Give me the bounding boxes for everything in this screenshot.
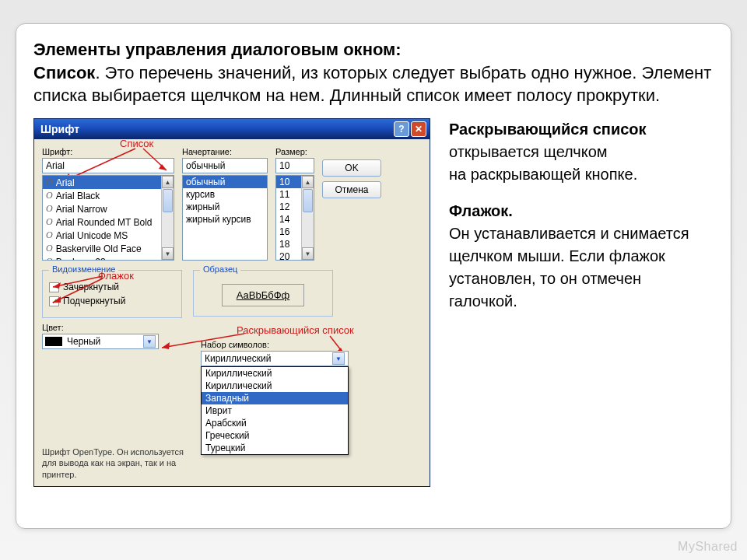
charset-combo[interactable]: Кириллический ▼ [201,351,349,366]
list-item[interactable]: Кириллический [202,367,348,380]
charset-value: Кириллический [205,353,271,364]
titlebar[interactable]: Шрифт ? ✕ [34,119,430,139]
font-scrollbar[interactable]: ▲ ▼ [161,176,174,260]
font-label: Шрифт: [42,147,174,156]
right-p2-rest: Он устанавливается и снимается щелчком м… [449,225,689,310]
status-text: Шрифт OpenType. Он используется для выво… [42,446,190,480]
size-scrollbar[interactable]: ▲ ▼ [301,176,314,260]
scroll-up-icon[interactable]: ▲ [302,176,314,188]
scroll-down-icon[interactable]: ▼ [302,247,314,260]
chevron-down-icon[interactable]: ▼ [143,335,156,348]
sample-title: Образец [200,264,240,274]
sample-groupbox: Образец АаBbБбФф [193,270,333,317]
cancel-button[interactable]: Отмена [322,181,381,198]
font-input[interactable]: Arial [42,158,174,173]
close-button[interactable]: ✕ [411,121,426,137]
list-item: OBaskerville Old Face [43,242,174,255]
font-listbox[interactable]: OArial OArial Black OArial Narrow OArial… [42,175,174,261]
list-item: курсив [183,188,267,201]
list-item: OArial [43,176,174,189]
list-item: жирный [183,201,267,213]
content-row: Шрифт ? ✕ Список Шрифт: Arial [33,118,714,487]
intro-heading: Элементы управления диалоговым окном: [33,40,402,59]
charset-label: Набор символов: [201,340,349,349]
underline-label: Подчеркнутый [63,296,125,306]
list-item[interactable]: Арабский [202,417,348,429]
strike-checkbox[interactable] [49,282,59,292]
color-value: Черный [67,336,100,347]
charset-dropdown[interactable]: Кириллический Кириллический Западный Ивр… [201,366,349,455]
color-label: Цвет: [42,323,182,332]
sample-text: АаBbБбФф [222,284,305,306]
underline-checkbox-row: ✓ Подчеркнутый [49,296,175,306]
scroll-thumb[interactable] [163,189,173,212]
intro-body: . Это перечень значений, из которых след… [33,63,711,106]
annotation-dropdown: Раскрывающийся список [237,324,354,336]
intro-text: Элементы управления диалоговым окном: Сп… [33,38,714,107]
color-combo[interactable]: Черный ▼ [42,334,159,349]
list-item: OArial Unicode MS [43,229,174,242]
list-item: OArial Narrow [43,202,174,215]
list-item[interactable]: Кириллический [202,380,348,392]
right-column: Раскрывающийся список открывается щелчко… [449,118,714,313]
list-item: OArial Rounded MT Bold [43,215,174,229]
list-item[interactable]: Иврит [202,404,348,417]
annotation-list: Список [120,138,153,149]
chevron-down-icon[interactable]: ▼ [332,352,345,365]
list-item: OBauhaus 93 [43,255,174,261]
size-listbox[interactable]: 10 11 12 14 16 18 20 ▲ ▼ [275,175,314,261]
size-label: Размер: [275,147,314,156]
help-button[interactable]: ? [394,121,409,137]
scroll-up-icon[interactable]: ▲ [162,176,174,188]
dialog-title: Шрифт [40,123,392,135]
size-input[interactable]: 10 [275,158,314,173]
font-dialog: Шрифт ? ✕ Список Шрифт: Arial [33,118,430,487]
underline-checkbox[interactable]: ✓ [49,296,59,306]
right-p1-bold: Раскрывающийся список [449,121,647,138]
list-item[interactable]: Греческий [202,429,348,442]
slide-card: Элементы управления диалоговым окном: Сп… [16,23,731,529]
right-p1-rest: открывается щелчком [449,143,608,160]
right-p1-line2: на раскрывающей кнопке. [449,166,637,183]
list-item[interactable]: Турецкий [202,442,348,454]
annotation-checkbox: Флажок [98,270,134,282]
right-p2-bold: Флажок. [449,202,513,219]
style-label: Начертание: [182,147,268,156]
ok-button[interactable]: OK [322,159,381,177]
list-item: обычный [183,176,267,188]
list-item: OArial Black [43,189,174,202]
dialog-body: Список Шрифт: Arial OArial OArial Black [34,139,430,486]
strike-checkbox-row: Зачеркнутый [49,282,175,292]
scroll-down-icon[interactable]: ▼ [162,247,174,260]
scroll-thumb[interactable] [303,189,313,212]
style-input[interactable]: обычный [182,158,268,173]
list-item: жирный курсив [183,213,267,226]
intro-list-label: Список [33,63,95,82]
list-item[interactable]: Западный [202,392,348,404]
strike-label: Зачеркнутый [63,282,119,292]
watermark: MyShared [678,540,738,554]
style-listbox[interactable]: обычный курсив жирный жирный курсив [182,175,268,261]
color-swatch [45,337,62,346]
